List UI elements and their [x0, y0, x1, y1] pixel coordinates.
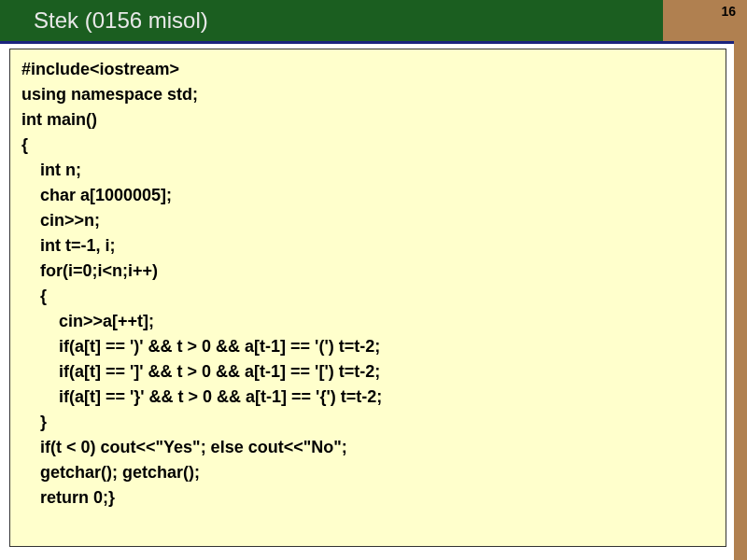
- code-line: getchar(); getchar();: [21, 460, 714, 485]
- code-line: if(t < 0) cout<<"Yes"; else cout<<"No";: [21, 435, 714, 460]
- code-line: {: [21, 133, 714, 158]
- page-number: 16: [721, 4, 736, 19]
- code-line: cin>>n;: [21, 208, 714, 233]
- code-block: #include<iostream> using namespace std; …: [9, 49, 726, 547]
- code-line: {: [21, 284, 714, 309]
- page-number-badge: 16: [663, 0, 747, 41]
- code-line: int t=-1, i;: [21, 233, 714, 259]
- code-line: char a[1000005];: [21, 183, 714, 208]
- code-line: for(i=0;i<n;i++): [21, 259, 714, 284]
- code-line: cin>>a[++t];: [21, 309, 714, 334]
- code-line: return 0;}: [21, 485, 714, 511]
- header-underline: [0, 41, 747, 44]
- code-line: if(a[t] == ')' && t > 0 && a[t-1] == '('…: [21, 334, 714, 359]
- code-line: }: [21, 410, 714, 435]
- code-line: int main(): [21, 107, 714, 133]
- right-accent-bar: [734, 41, 747, 560]
- code-line: #include<iostream>: [21, 57, 714, 82]
- code-line: if(a[t] == '}' && t > 0 && a[t-1] == '{'…: [21, 385, 714, 410]
- slide-header: Stek (0156 misol) 16: [0, 0, 747, 41]
- code-line: using namespace std;: [21, 82, 714, 107]
- code-line: if(a[t] == ']' && t > 0 && a[t-1] == '['…: [21, 359, 714, 385]
- slide-title: Stek (0156 misol): [0, 7, 208, 34]
- code-line: int n;: [21, 158, 714, 183]
